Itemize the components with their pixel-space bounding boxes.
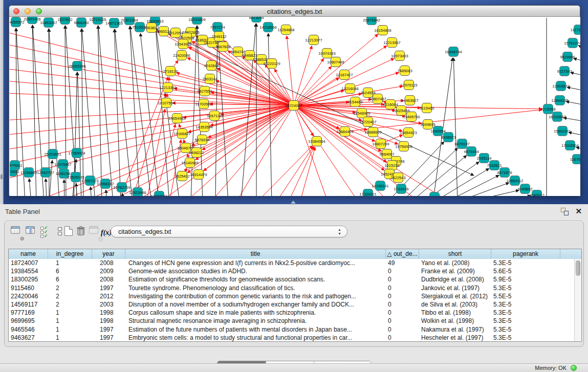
yellow-node[interactable]: 9115460 (420, 103, 434, 113)
cell[interactable]: Yano et al. (2008) (419, 259, 491, 267)
cell[interactable]: 2 (48, 284, 92, 292)
delete-column-button[interactable] (77, 226, 89, 239)
teal-node[interactable]: 10654112 (507, 176, 524, 186)
cell[interactable]: 0 (386, 334, 419, 342)
black-edge[interactable] (130, 26, 151, 196)
cell[interactable]: Embryonic stem cells: a model to study s… (125, 334, 386, 342)
yellow-node[interactable]: 10688609 (364, 127, 381, 137)
black-edge[interactable] (445, 175, 499, 196)
column-header-out_de[interactable]: △ out_de... (386, 249, 419, 259)
cell[interactable]: Changes of HCN gene expression and I(f) … (125, 259, 386, 267)
yellow-node[interactable]: 10807448 (327, 57, 344, 67)
yellow-node[interactable]: 18807269 (372, 139, 389, 149)
teal-node[interactable]: 16648784 (445, 47, 462, 57)
window-titlebar[interactable]: citations_edges.txt (9, 6, 580, 17)
black-edge[interactable] (578, 46, 580, 49)
cell[interactable]: 18300295 (9, 275, 48, 283)
black-edge[interactable] (81, 29, 83, 196)
table-selector-dropdown[interactable]: citations_edges.txt ▲▼ (111, 226, 347, 237)
table-row[interactable]: 946362711997Embryonic stem cells: a mode… (9, 334, 581, 342)
yellow-node[interactable]: 9242848 (204, 61, 219, 71)
black-edge[interactable] (91, 187, 92, 196)
teal-node[interactable]: 16033809 (188, 17, 205, 25)
cell[interactable]: Disruption of a novel member of a sodium… (125, 300, 386, 309)
yellow-node[interactable]: 12213977 (305, 35, 322, 45)
yellow-node[interactable]: 19384554 (308, 137, 325, 146)
teal-node[interactable]: 17334001 (359, 189, 376, 196)
cell[interactable]: 1 (48, 317, 92, 325)
yellow-node[interactable]: 2803144 (202, 74, 217, 84)
cell[interactable]: Tibbo et al. (1998) (419, 309, 491, 317)
table-rows[interactable]: 1872400712008Changes of HCN gene express… (9, 259, 581, 342)
yellow-node[interactable]: 12213967 (383, 38, 400, 48)
teal-node[interactable]: 17016504 (561, 141, 578, 150)
cell[interactable]: Estimation of significance thresholds fo… (125, 275, 386, 283)
black-edge[interactable] (465, 190, 519, 196)
yellow-node[interactable]: 22420046 (173, 51, 190, 60)
teal-node[interactable]: 9529966 (560, 52, 575, 62)
cell[interactable]: Estimation of the future numbers of pati… (125, 325, 386, 334)
teal-node[interactable]: 2935114 (477, 154, 492, 163)
teal-node[interactable]: 8813054 (249, 17, 264, 23)
black-edge[interactable] (410, 156, 467, 196)
red-edge[interactable] (10, 105, 294, 151)
cell[interactable]: 2008 (92, 275, 125, 283)
table-row[interactable]: 969969511998Structural magnetic resonanc… (9, 317, 581, 325)
column-header-year[interactable]: year (92, 249, 125, 259)
cell[interactable]: Nakamura et al. (1997) (419, 325, 491, 334)
cell[interactable]: 2003 (92, 300, 125, 309)
black-edge[interactable] (455, 183, 509, 196)
yellow-node[interactable]: 19166827 (173, 129, 190, 139)
yellow-node[interactable]: 12213363 (159, 83, 176, 93)
teal-node[interactable]: 11172045 (571, 25, 580, 35)
yellow-node[interactable]: 11254808 (278, 25, 295, 35)
black-edge[interactable] (98, 26, 102, 196)
teal-node[interactable]: 14671365 (105, 18, 122, 28)
table-row[interactable]: 946554611997Estimation of the future num… (9, 325, 581, 334)
show-columns-button[interactable] (26, 226, 38, 239)
cell[interactable]: 6 (48, 267, 92, 275)
cell[interactable]: 9777169 (9, 309, 48, 317)
cell[interactable]: 0 (386, 284, 419, 292)
red-edge[interactable] (236, 105, 294, 196)
yellow-node[interactable]: 13216046 (341, 84, 358, 94)
scrollbar-thumb[interactable] (576, 260, 580, 276)
teal-node[interactable]: 15751074 (564, 38, 580, 48)
cell[interactable]: Tourette syndrome. Phenomenology and cla… (125, 284, 386, 292)
cell[interactable]: 14569117 (9, 300, 48, 309)
cell[interactable]: 0 (386, 317, 419, 325)
cell[interactable]: 9465546 (9, 325, 48, 334)
cell[interactable]: Wolkin et al. (1998) (419, 317, 491, 325)
red-edge[interactable] (294, 105, 328, 196)
divider-grip-icon[interactable] (1, 174, 3, 179)
teal-node[interactable]: 8471676 (497, 168, 512, 178)
table-options-button[interactable]: ⚙ (11, 226, 23, 239)
yellow-node[interactable]: 16154808 (374, 26, 391, 35)
black-edge[interactable] (401, 148, 458, 196)
close-panel-icon[interactable]: ✕ (575, 207, 582, 215)
black-edge[interactable] (453, 58, 458, 196)
cell[interactable]: 1 (48, 259, 92, 267)
float-panel-icon[interactable] (561, 208, 569, 215)
cell[interactable]: 0 (386, 300, 419, 309)
cell[interactable]: 2012 (92, 292, 125, 300)
cell[interactable]: 0 (386, 325, 419, 334)
red-edge[interactable] (300, 147, 315, 196)
yellow-node[interactable]: 14463627 (401, 96, 418, 105)
table-row[interactable]: 911546021997Tourette syndrome. Phenomeno… (9, 284, 581, 292)
table-scrollbar[interactable] (574, 259, 581, 341)
teal-node[interactable]: 20691406 (24, 17, 40, 24)
teal-node[interactable]: 25203651 (44, 149, 61, 159)
yellow-node[interactable]: 2718126 (163, 67, 178, 76)
yellow-node[interactable]: 10684409 (336, 127, 353, 137)
cell[interactable]: 0 (386, 267, 419, 275)
red-edge[interactable] (210, 105, 294, 196)
teal-node[interactable]: 10853267 (40, 18, 57, 28)
yellow-node[interactable]: 9154469 (347, 97, 362, 107)
yellow-node[interactable]: 19654983 (168, 114, 185, 123)
yellow-node[interactable]: 5267130 (207, 111, 222, 121)
yellow-node[interactable]: 19654923 (400, 128, 417, 138)
red-edge[interactable] (288, 147, 314, 196)
cell[interactable]: Investigating the contribution of common… (125, 292, 386, 300)
yellow-node[interactable]: 19756928 (395, 142, 412, 151)
